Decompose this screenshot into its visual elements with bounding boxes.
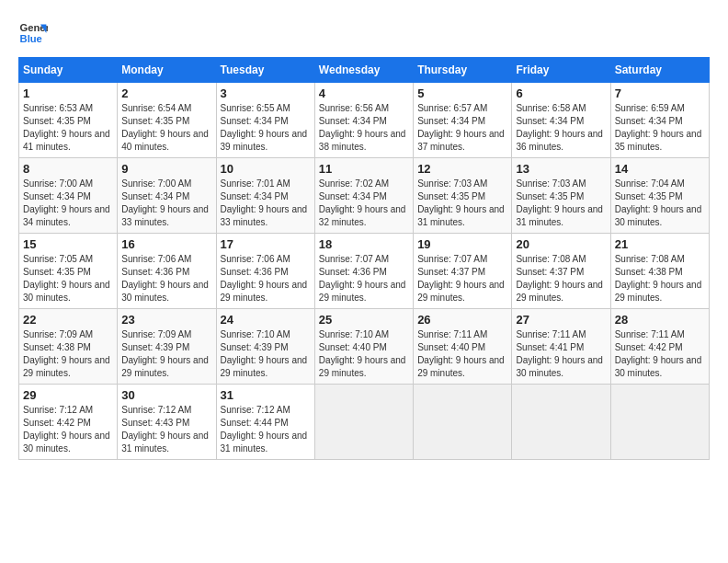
- calendar-week-3: 15 Sunrise: 7:05 AM Sunset: 4:35 PM Dayl…: [19, 234, 710, 309]
- calendar-cell: 10 Sunrise: 7:01 AM Sunset: 4:34 PM Dayl…: [216, 158, 314, 234]
- day-number: 22: [23, 313, 113, 327]
- calendar-cell: 30 Sunrise: 7:12 AM Sunset: 4:43 PM Dayl…: [118, 385, 216, 460]
- day-number: 2: [121, 86, 211, 100]
- day-number: 12: [417, 162, 507, 176]
- calendar-cell: 23 Sunrise: 7:09 AM Sunset: 4:39 PM Dayl…: [118, 309, 216, 385]
- calendar-cell: [512, 385, 610, 460]
- calendar-cell: 6 Sunrise: 6:58 AM Sunset: 4:34 PM Dayli…: [512, 83, 610, 158]
- column-header-saturday: Saturday: [610, 58, 709, 83]
- day-number: 30: [121, 388, 211, 402]
- logo: General Blue: [18, 18, 48, 48]
- day-number: 1: [23, 86, 113, 100]
- day-info: Sunrise: 7:03 AM Sunset: 4:35 PM Dayligh…: [516, 178, 606, 229]
- logo-icon: General Blue: [18, 18, 48, 48]
- day-info: Sunrise: 7:06 AM Sunset: 4:36 PM Dayligh…: [121, 253, 211, 304]
- day-info: Sunrise: 7:03 AM Sunset: 4:35 PM Dayligh…: [417, 178, 507, 229]
- calendar-cell: 27 Sunrise: 7:11 AM Sunset: 4:41 PM Dayl…: [512, 309, 610, 385]
- calendar-cell: 29 Sunrise: 7:12 AM Sunset: 4:42 PM Dayl…: [19, 385, 118, 460]
- calendar-cell: 18 Sunrise: 7:07 AM Sunset: 4:36 PM Dayl…: [314, 234, 413, 309]
- day-number: 16: [121, 237, 211, 251]
- day-info: Sunrise: 6:55 AM Sunset: 4:34 PM Dayligh…: [221, 102, 311, 154]
- calendar-cell: 22 Sunrise: 7:09 AM Sunset: 4:38 PM Dayl…: [19, 309, 118, 385]
- svg-text:Blue: Blue: [20, 33, 42, 44]
- day-info: Sunrise: 6:57 AM Sunset: 4:34 PM Dayligh…: [417, 102, 507, 154]
- day-number: 14: [615, 162, 705, 176]
- calendar-cell: 20 Sunrise: 7:08 AM Sunset: 4:37 PM Dayl…: [512, 234, 610, 309]
- calendar-cell: 2 Sunrise: 6:54 AM Sunset: 4:35 PM Dayli…: [118, 83, 216, 158]
- day-number: 28: [615, 313, 705, 327]
- calendar-week-4: 22 Sunrise: 7:09 AM Sunset: 4:38 PM Dayl…: [19, 309, 710, 385]
- calendar-cell: 21 Sunrise: 7:08 AM Sunset: 4:38 PM Dayl…: [610, 234, 709, 309]
- day-info: Sunrise: 7:09 AM Sunset: 4:38 PM Dayligh…: [23, 328, 113, 380]
- calendar-cell: 1 Sunrise: 6:53 AM Sunset: 4:35 PM Dayli…: [19, 83, 118, 158]
- calendar-cell: 9 Sunrise: 7:00 AM Sunset: 4:34 PM Dayli…: [118, 158, 216, 234]
- calendar-cell: 17 Sunrise: 7:06 AM Sunset: 4:36 PM Dayl…: [216, 234, 314, 309]
- day-info: Sunrise: 7:06 AM Sunset: 4:36 PM Dayligh…: [221, 253, 311, 304]
- column-header-friday: Friday: [512, 58, 610, 83]
- day-number: 31: [221, 388, 311, 402]
- calendar-table: SundayMondayTuesdayWednesdayThursdayFrid…: [18, 57, 710, 460]
- calendar-week-1: 1 Sunrise: 6:53 AM Sunset: 4:35 PM Dayli…: [19, 83, 710, 158]
- column-header-sunday: Sunday: [19, 58, 118, 83]
- calendar-cell: 19 Sunrise: 7:07 AM Sunset: 4:37 PM Dayl…: [414, 234, 512, 309]
- day-info: Sunrise: 6:54 AM Sunset: 4:35 PM Dayligh…: [121, 102, 211, 154]
- calendar-cell: 24 Sunrise: 7:10 AM Sunset: 4:39 PM Dayl…: [216, 309, 314, 385]
- day-number: 7: [615, 86, 705, 100]
- calendar-cell: 3 Sunrise: 6:55 AM Sunset: 4:34 PM Dayli…: [216, 83, 314, 158]
- day-info: Sunrise: 6:59 AM Sunset: 4:34 PM Dayligh…: [615, 102, 705, 154]
- day-info: Sunrise: 7:04 AM Sunset: 4:35 PM Dayligh…: [615, 178, 705, 229]
- calendar-cell: [314, 385, 413, 460]
- calendar-week-5: 29 Sunrise: 7:12 AM Sunset: 4:42 PM Dayl…: [19, 385, 710, 460]
- day-number: 9: [121, 162, 211, 176]
- calendar-cell: [414, 385, 512, 460]
- day-info: Sunrise: 7:07 AM Sunset: 4:36 PM Dayligh…: [319, 253, 409, 304]
- day-info: Sunrise: 7:00 AM Sunset: 4:34 PM Dayligh…: [23, 178, 113, 229]
- day-number: 20: [516, 237, 606, 251]
- day-info: Sunrise: 7:12 AM Sunset: 4:43 PM Dayligh…: [121, 404, 211, 455]
- day-info: Sunrise: 7:10 AM Sunset: 4:39 PM Dayligh…: [221, 328, 311, 380]
- day-info: Sunrise: 6:58 AM Sunset: 4:34 PM Dayligh…: [516, 102, 606, 154]
- day-number: 26: [417, 313, 507, 327]
- calendar-cell: [610, 385, 709, 460]
- calendar-cell: 11 Sunrise: 7:02 AM Sunset: 4:34 PM Dayl…: [314, 158, 413, 234]
- calendar-week-2: 8 Sunrise: 7:00 AM Sunset: 4:34 PM Dayli…: [19, 158, 710, 234]
- day-number: 11: [319, 162, 409, 176]
- column-header-monday: Monday: [118, 58, 216, 83]
- day-info: Sunrise: 7:01 AM Sunset: 4:34 PM Dayligh…: [221, 178, 311, 229]
- day-number: 23: [121, 313, 211, 327]
- calendar-cell: 16 Sunrise: 7:06 AM Sunset: 4:36 PM Dayl…: [118, 234, 216, 309]
- day-info: Sunrise: 6:53 AM Sunset: 4:35 PM Dayligh…: [23, 102, 113, 154]
- day-info: Sunrise: 7:09 AM Sunset: 4:39 PM Dayligh…: [121, 328, 211, 380]
- calendar-cell: 8 Sunrise: 7:00 AM Sunset: 4:34 PM Dayli…: [19, 158, 118, 234]
- day-info: Sunrise: 7:08 AM Sunset: 4:37 PM Dayligh…: [516, 253, 606, 304]
- calendar-cell: 31 Sunrise: 7:12 AM Sunset: 4:44 PM Dayl…: [216, 385, 314, 460]
- calendar-cell: 4 Sunrise: 6:56 AM Sunset: 4:34 PM Dayli…: [314, 83, 413, 158]
- day-info: Sunrise: 7:07 AM Sunset: 4:37 PM Dayligh…: [417, 253, 507, 304]
- day-number: 29: [23, 388, 113, 402]
- day-number: 13: [516, 162, 606, 176]
- day-info: Sunrise: 7:10 AM Sunset: 4:40 PM Dayligh…: [319, 328, 409, 380]
- day-number: 3: [221, 86, 311, 100]
- day-info: Sunrise: 7:11 AM Sunset: 4:41 PM Dayligh…: [516, 328, 606, 380]
- day-info: Sunrise: 7:05 AM Sunset: 4:35 PM Dayligh…: [23, 253, 113, 304]
- calendar-cell: 15 Sunrise: 7:05 AM Sunset: 4:35 PM Dayl…: [19, 234, 118, 309]
- calendar-cell: 28 Sunrise: 7:11 AM Sunset: 4:42 PM Dayl…: [610, 309, 709, 385]
- calendar-cell: 25 Sunrise: 7:10 AM Sunset: 4:40 PM Dayl…: [314, 309, 413, 385]
- calendar-cell: 7 Sunrise: 6:59 AM Sunset: 4:34 PM Dayli…: [610, 83, 709, 158]
- day-info: Sunrise: 7:12 AM Sunset: 4:42 PM Dayligh…: [23, 404, 113, 455]
- day-info: Sunrise: 7:11 AM Sunset: 4:40 PM Dayligh…: [417, 328, 507, 380]
- day-number: 25: [319, 313, 409, 327]
- day-number: 19: [417, 237, 507, 251]
- day-info: Sunrise: 7:08 AM Sunset: 4:38 PM Dayligh…: [615, 253, 705, 304]
- day-number: 6: [516, 86, 606, 100]
- column-header-wednesday: Wednesday: [314, 58, 413, 83]
- column-header-tuesday: Tuesday: [216, 58, 314, 83]
- calendar-cell: 13 Sunrise: 7:03 AM Sunset: 4:35 PM Dayl…: [512, 158, 610, 234]
- day-number: 4: [319, 86, 409, 100]
- calendar-header-row: SundayMondayTuesdayWednesdayThursdayFrid…: [19, 58, 710, 83]
- page-header: General Blue: [18, 18, 710, 48]
- day-number: 10: [221, 162, 311, 176]
- day-number: 15: [23, 237, 113, 251]
- day-number: 5: [417, 86, 507, 100]
- calendar-body: 1 Sunrise: 6:53 AM Sunset: 4:35 PM Dayli…: [19, 83, 710, 460]
